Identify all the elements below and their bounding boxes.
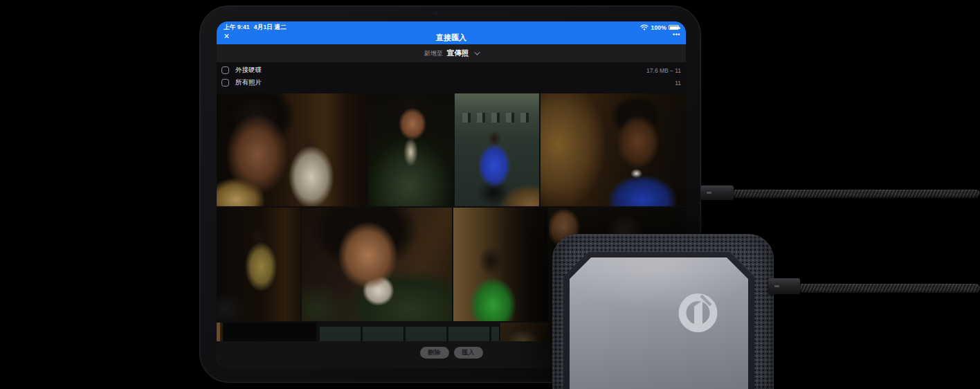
ssd-metal-plate: [570, 257, 748, 389]
photo-thumbnail[interactable]: [541, 93, 686, 206]
battery-percent: 100%: [651, 24, 666, 31]
checkbox-unchecked-icon[interactable]: [221, 66, 229, 74]
status-bar: 上午 9:41 4月1日 週二 100%: [217, 21, 686, 31]
import-button[interactable]: 匯入: [454, 347, 483, 359]
page-title: 直接匯入: [217, 33, 686, 43]
checkbox-unchecked-icon[interactable]: [221, 79, 229, 87]
import-header: 上午 9:41 4月1日 週二 100% ✕: [217, 21, 686, 44]
album-prefix-label: 新增至: [424, 49, 443, 58]
battery-full-icon: [669, 25, 679, 30]
album-selector[interactable]: 新增至 宣傳照: [217, 44, 686, 62]
external-ssd: [552, 234, 774, 389]
usb-c-connector: [700, 186, 734, 200]
source-detail: 11: [675, 80, 681, 87]
photo-thumbnail[interactable]: [217, 93, 367, 206]
more-icon[interactable]: •••: [673, 31, 680, 38]
wifi-icon: [640, 24, 648, 30]
front-camera: [435, 12, 437, 15]
source-label: 外接硬碟: [235, 66, 262, 75]
status-date: 4月1日 週二: [254, 24, 287, 32]
status-time: 上午 9:41: [224, 24, 250, 32]
source-detail: 17.6 MB – 11: [646, 67, 681, 74]
source-label: 所有照片: [235, 78, 262, 87]
marketing-scene: 上午 9:41 4月1日 週二 100% ✕: [0, 0, 980, 389]
chevron-down-icon: [474, 49, 480, 55]
usb-c-cable: [731, 190, 980, 198]
nav-bar: ✕ 直接匯入 •••: [217, 31, 686, 44]
usb-c-cable: [797, 284, 980, 293]
photo-thumbnail[interactable]: [217, 208, 300, 321]
usb-c-connector: [768, 278, 800, 294]
source-row-external-drive[interactable]: 外接硬碟 17.6 MB – 11: [217, 64, 686, 76]
photo-thumbnail[interactable]: [302, 208, 452, 321]
album-name: 宣傳照: [447, 48, 469, 58]
photo-thumbnail[interactable]: [368, 93, 453, 206]
photo-thumbnail[interactable]: [455, 93, 539, 206]
source-row-all-photos[interactable]: 所有照片 11: [217, 77, 686, 89]
delete-button[interactable]: 刪除: [420, 347, 449, 359]
photo-thumbnail[interactable]: [453, 208, 547, 321]
g-drive-logo-icon: [678, 291, 718, 334]
